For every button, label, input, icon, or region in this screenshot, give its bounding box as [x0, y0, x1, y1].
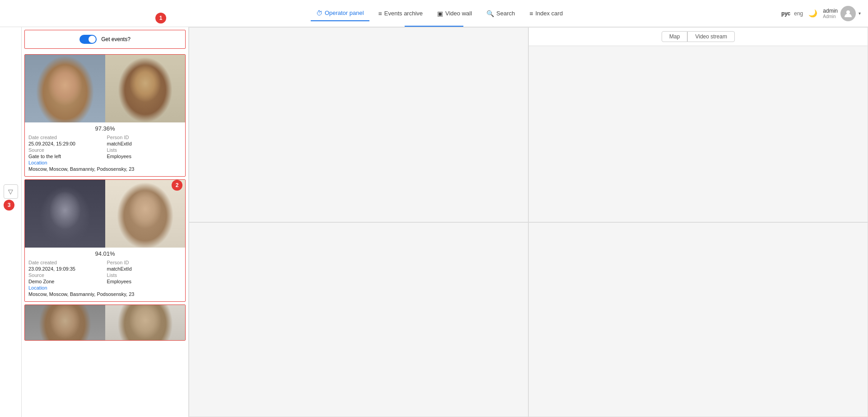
get-events-row: Get events? [24, 30, 186, 49]
event-images [25, 180, 185, 248]
clock-icon: ⏱ [316, 9, 322, 17]
nav-operator-panel[interactable]: ⏱ Operator panel [311, 6, 369, 21]
main-nav: ⏱ Operator panel ≡ Events archive ▣ Vide… [311, 6, 568, 21]
chevron-down-icon: ▾ [859, 11, 861, 16]
content-cell-bottom-left [189, 222, 528, 417]
location-label[interactable]: Location [28, 285, 103, 290]
cell-tab-bar: Map Video stream [529, 28, 868, 46]
user-menu[interactable]: admin Admin ▾ [823, 6, 861, 21]
main-content: Map Video stream [189, 27, 868, 417]
filter-button[interactable]: ▽ [4, 184, 18, 199]
nav-index-card[interactable]: ≡ Index card [524, 6, 568, 21]
search-icon: 🔍 [486, 10, 494, 17]
source-label: Source [28, 272, 103, 278]
event-details: Date created Person ID 23.09.2024, 19:09… [25, 259, 185, 298]
event-matched-image [105, 305, 186, 341]
person-id-value: matchExtId [107, 266, 182, 272]
user-label: admin Admin [823, 8, 838, 19]
event-matched-image [105, 55, 186, 122]
header-right: рус eng 🌙 admin Admin ▾ [781, 6, 861, 21]
content-cell-top-right: Map Video stream [528, 27, 868, 222]
event-card [24, 305, 186, 341]
event-images [25, 305, 185, 341]
lists-label: Lists [107, 272, 182, 278]
match-percent: 94.01% [25, 248, 185, 259]
svg-point-0 [846, 10, 850, 14]
filter-icon: ▽ [8, 188, 13, 195]
tab-map[interactable]: Map [662, 31, 687, 42]
tab-video-stream[interactable]: Video stream [687, 31, 734, 42]
lists-value: Employees [107, 279, 182, 284]
event-matched-image [105, 180, 186, 248]
left-sidebar: ▽ [0, 27, 22, 417]
event-detected-image [25, 180, 105, 248]
badge-2: 2 [172, 180, 182, 191]
language-toggle: рус eng [781, 10, 803, 17]
lang-en[interactable]: eng [794, 10, 803, 17]
lang-ru[interactable]: рус [781, 10, 790, 17]
nav-events-archive[interactable]: ≡ Events archive [373, 6, 428, 21]
source-value: Gate to the left [28, 154, 103, 159]
date-created-value: 23.09.2024, 19:09:35 [28, 266, 103, 272]
nav-search[interactable]: 🔍 Search [481, 6, 520, 21]
card-icon: ≡ [529, 10, 533, 17]
person-id-label: Person ID [107, 135, 182, 140]
date-created-label: Date created [28, 260, 103, 265]
lists-value: Employees [107, 154, 182, 159]
theme-toggle-button[interactable]: 🌙 [808, 9, 817, 18]
badge-1: 1 [155, 13, 166, 23]
badge-3: 3 [4, 200, 14, 211]
event-detected-image [25, 305, 105, 341]
header: ⏱ Operator panel ≡ Events archive ▣ Vide… [0, 0, 868, 27]
source-label: Source [28, 147, 103, 153]
lists-label: Lists [107, 147, 182, 153]
date-created-label: Date created [28, 135, 103, 140]
event-images [25, 55, 185, 122]
events-panel: Get events? 97.36% Date created Person I… [22, 27, 189, 417]
events-list[interactable]: 97.36% Date created Person ID 25.09.2024… [22, 52, 188, 417]
location-value: Moscow, Moscow, Basmanniy, Podsosensky, … [28, 166, 182, 172]
match-percent: 97.36% [25, 122, 185, 134]
source-value: Demo Zone [28, 279, 103, 284]
nav-video-wall[interactable]: ▣ Video wall [432, 6, 477, 21]
location-value: Moscow, Moscow, Basmanniy, Podsosensky, … [28, 291, 182, 297]
get-events-toggle[interactable] [79, 35, 97, 44]
grid-icon: ▣ [437, 10, 443, 17]
event-card: 94.01% Date created Person ID 23.09.2024… [24, 179, 186, 302]
event-details: Date created Person ID 25.09.2024, 15:29… [25, 134, 185, 173]
location-label[interactable]: Location [28, 160, 103, 165]
content-cell-bottom-right [528, 222, 868, 417]
get-events-label: Get events? [101, 36, 131, 42]
content-cell-top-left [189, 27, 528, 222]
event-card: 97.36% Date created Person ID 25.09.2024… [24, 54, 186, 177]
event-detected-image [25, 55, 105, 122]
person-id-value: matchExtId [107, 141, 182, 146]
person-id-label: Person ID [107, 260, 182, 265]
main-layout: ▽ Get events? [0, 27, 868, 417]
avatar [840, 6, 856, 21]
date-created-value: 25.09.2024, 15:29:00 [28, 141, 103, 146]
list-icon: ≡ [378, 10, 382, 17]
